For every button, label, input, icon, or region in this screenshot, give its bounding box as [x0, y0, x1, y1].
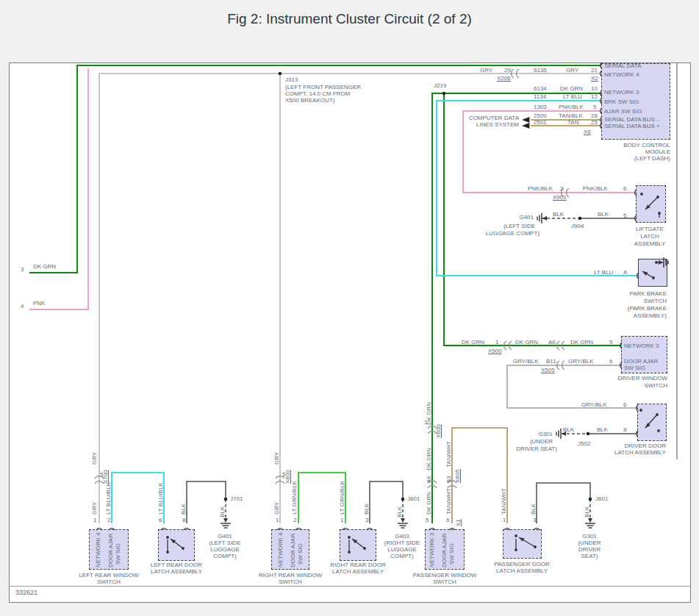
dws-pin-door-ajar: DOOR AJAR: [624, 358, 658, 365]
text-luggage-compt: LUGGAGE COMPT): [429, 230, 540, 237]
ground-g301-bottom-symbol: [585, 518, 595, 528]
driver-door-latch-switch-contact-dot: [639, 409, 642, 412]
text-lt-blu: LT BLU: [563, 93, 582, 100]
text-gry: GRY: [273, 452, 280, 465]
text-b11: B11: [546, 358, 556, 365]
text-blk: BLK: [180, 504, 187, 515]
right-rear-door-latch-label: RIGHT REAR DOOR: [303, 562, 413, 568]
driver-door-latch-switch: [639, 409, 660, 432]
rrws-pin-door-ajar: DOOR AJAR: [290, 534, 296, 567]
text-latch-assembly: LATCH ASSEMBLY: [556, 449, 666, 456]
text-tan-wht: TAN/WHT: [445, 441, 452, 468]
wire-gry-network4-rail: [99, 74, 601, 523]
bcm-pin-network-4: NETWORK 4: [604, 71, 639, 78]
text-21: 21: [591, 67, 598, 74]
text-5: 5: [623, 212, 626, 219]
junction-j313-label: J313: [285, 76, 298, 83]
text-assembly: ASSEMBLY): [556, 312, 667, 319]
text-tan: TAN: [567, 119, 578, 126]
text-29: 29: [504, 67, 511, 74]
text-latch-assembly: LATCH ASSEMBLY: [467, 567, 577, 574]
left-rear-door-latch-label: LEFT REAR DOOR: [121, 562, 232, 568]
driver-door-latch-switch-contact-dot: [656, 413, 659, 416]
text-1: 1: [424, 419, 427, 426]
bcm-pin-brk-sw-sig: BRK SW SIG: [604, 99, 639, 105]
text-6: 6: [623, 401, 626, 408]
text-2: 2: [107, 517, 110, 523]
passenger-latch-switch-contact-dot: [515, 534, 517, 537]
text-luggage: LUGGAGE: [170, 546, 280, 553]
text-6: 6: [623, 185, 626, 192]
text-pnk-blk: PNK/BLK: [583, 185, 608, 192]
pin-cup-16: [161, 529, 167, 530]
text-1: 1: [503, 517, 506, 523]
text-1: 1: [276, 517, 279, 523]
text-pnk-blk: PNK/BLK: [528, 185, 553, 192]
junction-j701-dot: [224, 498, 228, 501]
junction-j801-label: J801: [407, 495, 420, 502]
text-x206: X206: [497, 75, 511, 82]
text-gry: GRY: [273, 502, 280, 515]
text-blk: BLK: [563, 426, 574, 433]
text-8: 8: [623, 426, 626, 433]
pin-cup-22: [429, 529, 435, 530]
text-dk-grn: DK GRN: [515, 339, 538, 345]
computer-data-lines-label: COMPUTER DATA: [409, 115, 519, 121]
text-lt-grn-blk: LT GRN/BLK: [339, 481, 345, 515]
text-lines-system: LINES SYSTEM: [409, 121, 519, 128]
left-rear-latch-switch-contact-dot: [166, 551, 169, 554]
text-compt: COMPT): [170, 553, 280, 559]
text-under: (UNDER: [534, 540, 645, 546]
computer-data-arrow-1: [522, 117, 529, 123]
liftgate-latch-label: LIFTGATE: [595, 226, 699, 232]
left-pin-3: 3: [21, 266, 24, 273]
pin-cup-24: [504, 529, 510, 530]
junction-j502-dot: [587, 432, 590, 436]
text-switch: SWITCH: [235, 579, 345, 585]
text-pnk-blk: PNK/BLK: [559, 104, 584, 110]
text-2: 2: [293, 517, 296, 523]
text-gry: GRY: [91, 502, 98, 515]
pin-cup-18: [277, 529, 283, 530]
text-blk: BLK: [363, 504, 370, 515]
text-assembly: ASSEMBLY: [595, 240, 699, 247]
text-switch: SWITCH: [556, 298, 667, 304]
text-x2: X2: [591, 75, 598, 82]
text-2501: 2501: [534, 119, 547, 126]
text-dk-grn: DK GRN: [426, 492, 432, 515]
rrws-pin-network-4: NETWORK 4: [277, 532, 284, 567]
text-gry-blk: GRY/BLK: [568, 358, 594, 365]
text-driver-seat: DRIVER SEAT): [447, 445, 557, 452]
text-blk: BLK: [396, 506, 403, 517]
text-lt-grn-blk: LT GRN/BLK: [291, 481, 298, 515]
text-5: 5: [593, 104, 596, 110]
text-6135: 6135: [534, 67, 547, 74]
text-under: (UNDER: [442, 438, 553, 445]
text-lt-blu: LT BLU: [594, 269, 613, 276]
text-x505: X505: [541, 367, 555, 373]
bcm-pin-serial-data-bus-plus: SERIAL DATA BUS +: [604, 123, 660, 129]
text-2: 2: [560, 185, 563, 192]
text-tan-wht: TAN/WHT: [501, 488, 507, 515]
ground-g301-bottom-label: G301: [534, 533, 645, 540]
passenger-latch-switch: [515, 534, 537, 551]
text-blk: BLK: [553, 211, 564, 218]
text-dk-grn: DK GRN: [426, 448, 432, 470]
text-gry: GRY: [566, 67, 578, 74]
junction-j313-dot: [279, 72, 282, 76]
pin-cup-21: [367, 529, 373, 530]
text-switch: SWITCH: [557, 382, 667, 389]
driver-door-latch-switch-contact-dot: [657, 429, 660, 432]
text-compt-14-0-cm-from: COMPT, 14.0 CM FROM: [285, 90, 350, 97]
text-10: 10: [591, 85, 598, 92]
text-blk: BLK: [584, 506, 590, 517]
lrws-pin-network-4: NETWORK 4: [95, 532, 101, 567]
text-gry: GRY: [480, 67, 492, 74]
passenger-door-latch-label: PASSENGER DOOR: [467, 561, 577, 567]
text-x605: X605: [454, 469, 461, 483]
wire-blk-passenger-latch: [537, 483, 590, 523]
pin-cup-20: [343, 529, 348, 530]
text-25: 25: [591, 119, 598, 126]
text-module: MODULE: [560, 148, 670, 155]
park-brake-switch-contact-contact-dot: [655, 261, 658, 264]
